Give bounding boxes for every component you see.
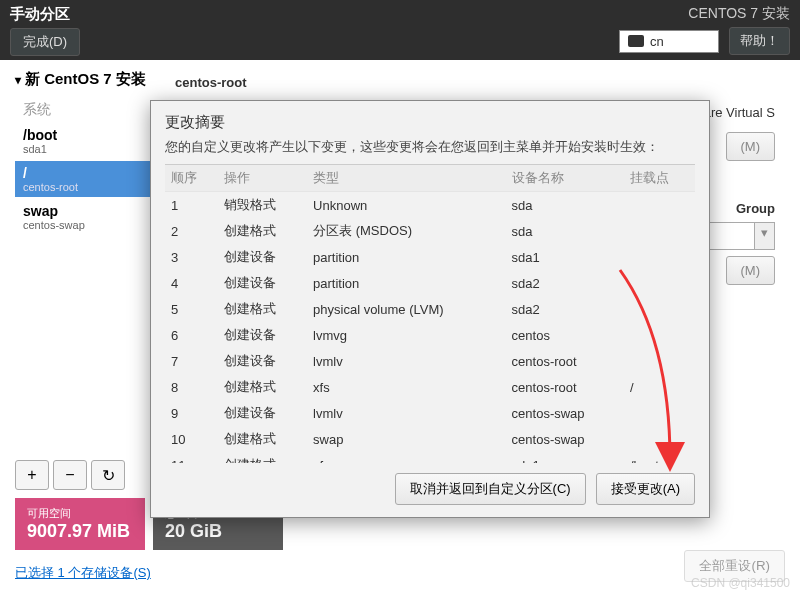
table-row[interactable]: 11创建格式xfssda1/boot bbox=[165, 452, 695, 463]
keyboard-layout-selector[interactable]: cn bbox=[619, 30, 719, 53]
chevron-down-icon[interactable]: ▾ bbox=[755, 222, 775, 250]
vg-modify-button[interactable]: (M) bbox=[726, 256, 776, 285]
col-op: 操作 bbox=[218, 165, 307, 192]
col-type: 类型 bbox=[307, 165, 506, 192]
table-row[interactable]: 10创建格式swapcentos-swap bbox=[165, 426, 695, 452]
col-dev: 设备名称 bbox=[506, 165, 624, 192]
col-order: 顺序 bbox=[165, 165, 218, 192]
table-row[interactable]: 3创建设备partitionsda1 bbox=[165, 244, 695, 270]
reload-button[interactable]: ↻ bbox=[91, 460, 125, 490]
remove-mount-button[interactable]: − bbox=[53, 460, 87, 490]
table-row[interactable]: 1销毁格式Unknownsda bbox=[165, 192, 695, 219]
table-row[interactable]: 2创建格式分区表 (MSDOS)sda bbox=[165, 218, 695, 244]
mount-sidebar: 新 CentOS 7 安装 系统 /bootsda1/centos-rootsw… bbox=[15, 70, 155, 302]
dialog-title: 更改摘要 bbox=[165, 113, 695, 132]
selected-mount-title: centos-root bbox=[175, 75, 775, 90]
installer-label: CENTOS 7 安装 bbox=[688, 5, 790, 23]
cancel-button[interactable]: 取消并返回到自定义分区(C) bbox=[395, 473, 586, 505]
mount-item[interactable]: swapcentos-swap bbox=[15, 199, 155, 235]
available-space-box: 可用空间 9007.97 MiB bbox=[15, 498, 145, 550]
system-label: 系统 bbox=[15, 97, 155, 123]
accept-button[interactable]: 接受更改(A) bbox=[596, 473, 695, 505]
modify-button[interactable]: (M) bbox=[726, 132, 776, 161]
keyboard-icon bbox=[628, 35, 644, 47]
add-mount-button[interactable]: + bbox=[15, 460, 49, 490]
table-row[interactable]: 6创建设备lvmvgcentos bbox=[165, 322, 695, 348]
table-row[interactable]: 5创建格式physical volume (LVM)sda2 bbox=[165, 296, 695, 322]
done-button[interactable]: 完成(D) bbox=[10, 28, 80, 56]
dialog-subtitle: 您的自定义更改将产生以下变更，这些变更将会在您返回到主菜单并开始安装时生效： bbox=[165, 138, 695, 156]
page-title: 手动分区 bbox=[10, 5, 80, 24]
table-row[interactable]: 4创建设备partitionsda2 bbox=[165, 270, 695, 296]
table-row[interactable]: 9创建设备lvmlvcentos-swap bbox=[165, 400, 695, 426]
table-row[interactable]: 8创建格式xfscentos-root/ bbox=[165, 374, 695, 400]
mount-item[interactable]: /centos-root bbox=[15, 161, 155, 197]
table-row[interactable]: 7创建设备lvmlvcentos-root bbox=[165, 348, 695, 374]
col-mount: 挂载点 bbox=[624, 165, 695, 192]
lang-code: cn bbox=[650, 34, 664, 49]
watermark: CSDN @qi341500 bbox=[691, 576, 790, 590]
mount-item[interactable]: /bootsda1 bbox=[15, 123, 155, 159]
storage-devices-link[interactable]: 已选择 1 个存储设备(S) bbox=[15, 564, 151, 582]
changes-table: 顺序 操作 类型 设备名称 挂载点 1销毁格式Unknownsda2创建格式分区… bbox=[165, 165, 695, 463]
change-summary-dialog: 更改摘要 您的自定义更改将产生以下变更，这些变更将会在您返回到主菜单并开始安装时… bbox=[150, 100, 710, 518]
vg-label: Group bbox=[736, 201, 775, 216]
help-button[interactable]: 帮助！ bbox=[729, 27, 790, 55]
section-header[interactable]: 新 CentOS 7 安装 bbox=[15, 70, 155, 89]
